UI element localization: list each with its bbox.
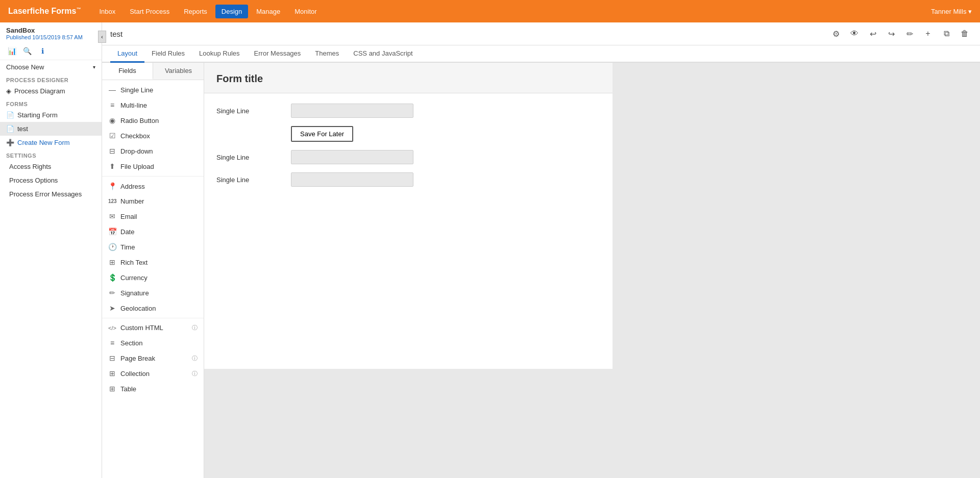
field-custom-html[interactable]: </> Custom HTML ⓘ: [102, 320, 204, 335]
page-break-info-icon[interactable]: ⓘ: [192, 355, 198, 362]
forms-category: FORMS: [0, 98, 102, 108]
sidebar-item-test[interactable]: 📄 test: [0, 122, 102, 136]
toolbar-icons: ⚙ 👁 ↩ ↪ ✏ + ⧉ 🗑: [829, 27, 972, 41]
multi-line-icon: ≡: [108, 101, 116, 109]
field-radio-button[interactable]: ◉ Radio Button: [102, 113, 204, 128]
chevron-down-icon: ▾: [93, 64, 95, 70]
tab-themes[interactable]: Themes: [308, 45, 346, 63]
brand-logo: Laserfiche Forms™: [8, 7, 81, 16]
form-field-label-1: Single Line: [216, 107, 283, 115]
sidebar-item-starting-form[interactable]: 📄 Starting Form: [0, 108, 102, 122]
main-layout: ‹ SandBox Published 10/15/2019 8:57 AM 📊…: [0, 22, 980, 478]
field-table[interactable]: ⊞ Table: [102, 381, 204, 396]
field-rich-text[interactable]: ⊞ Rich Text: [102, 255, 204, 270]
fields-panel-tabs: Fields Variables: [102, 63, 204, 80]
left-sidebar: ‹ SandBox Published 10/15/2019 8:57 AM 📊…: [0, 22, 102, 478]
form-field-input-3[interactable]: [291, 172, 413, 187]
sub-toolbar: test ⚙ 👁 ↩ ↪ ✏ + ⧉ 🗑: [102, 22, 980, 45]
tab-fields[interactable]: Fields: [102, 63, 153, 80]
sidebar-item-process-options[interactable]: Process Options: [0, 173, 102, 187]
field-drop-down[interactable]: ⊟ Drop-down: [102, 143, 204, 159]
delete-button[interactable]: 🗑: [958, 27, 972, 41]
table-icon: ⊞: [108, 385, 116, 393]
fields-panel: Fields Variables — Single Line ≡ Multi-l…: [102, 63, 204, 478]
tab-error-messages[interactable]: Error Messages: [247, 45, 308, 63]
form-field-label-2: Single Line: [216, 154, 283, 161]
email-icon: ✉: [108, 212, 116, 220]
top-nav: Laserfiche Forms™ Inbox Start Process Re…: [0, 0, 980, 22]
field-page-break[interactable]: ⊟ Page Break ⓘ: [102, 350, 204, 366]
currency-icon: 💲: [108, 273, 116, 282]
field-separator-2: [102, 318, 204, 318]
nav-inbox[interactable]: Inbox: [93, 5, 121, 18]
tab-css-javascript[interactable]: CSS and JavaScript: [346, 45, 420, 63]
save-for-later-button[interactable]: Save For Later: [291, 126, 353, 142]
field-single-line[interactable]: — Single Line: [102, 82, 204, 97]
field-currency[interactable]: 💲 Currency: [102, 270, 204, 285]
sandbox-published[interactable]: Published 10/15/2019 8:57 AM: [6, 34, 95, 40]
tab-layout[interactable]: Layout: [110, 45, 144, 63]
edit-button[interactable]: ✏: [902, 27, 917, 41]
field-file-upload[interactable]: ⬆ File Upload: [102, 159, 204, 174]
form-field-label-3: Single Line: [216, 176, 283, 184]
info-icon[interactable]: ℹ: [37, 45, 48, 57]
search-icon[interactable]: 🔍: [21, 45, 33, 57]
page-break-icon: ⊟: [108, 354, 116, 362]
sidebar-item-access-rights[interactable]: Access Rights: [0, 160, 102, 173]
tab-field-rules[interactable]: Field Rules: [144, 45, 192, 63]
geolocation-icon: ➤: [108, 304, 116, 312]
tab-lookup-rules[interactable]: Lookup Rules: [192, 45, 247, 63]
body-split: Fields Variables — Single Line ≡ Multi-l…: [102, 63, 980, 478]
sandbox-section: SandBox Published 10/15/2019 8:57 AM: [0, 22, 102, 42]
process-diagram-icon: ◈: [6, 87, 11, 95]
test-form-icon: 📄: [6, 125, 14, 133]
tab-variables[interactable]: Variables: [153, 63, 204, 80]
field-multi-line[interactable]: ≡ Multi-line: [102, 97, 204, 113]
field-section[interactable]: ≡ Section: [102, 335, 204, 350]
form-header: Form title: [204, 63, 612, 93]
field-time[interactable]: 🕐 Time: [102, 239, 204, 255]
nav-design[interactable]: Design: [215, 5, 248, 18]
settings-button[interactable]: ⚙: [829, 27, 843, 41]
field-signature[interactable]: ✏ Signature: [102, 285, 204, 300]
rich-text-icon: ⊞: [108, 258, 116, 266]
copy-button[interactable]: ⧉: [939, 27, 953, 41]
field-collection[interactable]: ⊞ Collection ⓘ: [102, 366, 204, 381]
section-icon: ≡: [108, 339, 116, 347]
form-field-row-2: Single Line: [216, 150, 600, 164]
tabs-bar: Layout Field Rules Lookup Rules Error Me…: [102, 45, 980, 63]
sidebar-item-process-diagram[interactable]: ◈ Process Diagram: [0, 84, 102, 98]
field-email[interactable]: ✉ Email: [102, 209, 204, 224]
form-field-input-1[interactable]: [291, 104, 413, 118]
sidebar-collapse-button[interactable]: ‹: [98, 31, 102, 43]
nav-monitor[interactable]: Monitor: [288, 5, 323, 18]
sandbox-title: SandBox: [6, 27, 95, 34]
field-geolocation[interactable]: ➤ Geolocation: [102, 300, 204, 316]
signature-icon: ✏: [108, 289, 116, 297]
nav-reports[interactable]: Reports: [178, 5, 213, 18]
form-name: test: [110, 30, 122, 38]
nav-manage[interactable]: Manage: [250, 5, 286, 18]
field-checkbox[interactable]: ☑ Checkbox: [102, 128, 204, 143]
nav-start-process[interactable]: Start Process: [124, 5, 176, 18]
form-field-row-3: Single Line: [216, 172, 600, 187]
choose-new-dropdown[interactable]: Choose New ▾: [0, 60, 102, 74]
user-menu[interactable]: Tanner Mills ▾: [931, 8, 972, 15]
collection-info-icon[interactable]: ⓘ: [192, 370, 198, 378]
field-date[interactable]: 📅 Date: [102, 224, 204, 239]
form-field-input-2[interactable]: [291, 150, 413, 164]
custom-html-info-icon[interactable]: ⓘ: [192, 324, 198, 332]
sidebar-item-create-new-form[interactable]: ➕ Create New Form: [0, 136, 102, 149]
create-form-icon: ➕: [6, 139, 14, 146]
undo-button[interactable]: ↩: [866, 27, 880, 41]
radio-button-icon: ◉: [108, 116, 116, 124]
field-number[interactable]: 123 Number: [102, 194, 204, 209]
redo-button[interactable]: ↪: [884, 27, 898, 41]
field-address[interactable]: 📍 Address: [102, 179, 204, 194]
custom-html-icon: </>: [108, 325, 116, 331]
form-title-row: test: [110, 30, 122, 38]
chart-icon[interactable]: 📊: [6, 45, 17, 57]
add-button[interactable]: +: [921, 27, 935, 41]
sidebar-item-process-error-messages[interactable]: Process Error Messages: [0, 187, 102, 201]
preview-button[interactable]: 👁: [847, 27, 862, 41]
